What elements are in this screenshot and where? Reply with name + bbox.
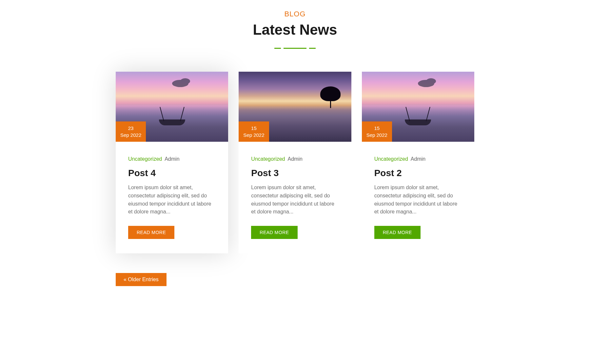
- date-month-year: Sep 2022: [243, 132, 264, 138]
- date-month-year: Sep 2022: [120, 132, 141, 138]
- date-day: 15: [243, 125, 264, 132]
- posts-grid: 23 Sep 2022 Uncategorized Admin Post 4 L…: [116, 72, 474, 253]
- post-author: Admin: [288, 156, 303, 162]
- date-day: 15: [366, 125, 387, 132]
- date-badge: 15 Sep 2022: [239, 121, 269, 142]
- post-body: Uncategorized Admin Post 2 Lorem ipsum d…: [362, 142, 474, 239]
- post-card: 23 Sep 2022 Uncategorized Admin Post 4 L…: [116, 72, 228, 253]
- post-meta: Uncategorized Admin: [128, 156, 216, 162]
- post-meta: Uncategorized Admin: [251, 156, 339, 162]
- post-meta: Uncategorized Admin: [374, 156, 462, 162]
- post-card: 15 Sep 2022 Uncategorized Admin Post 2 L…: [362, 72, 474, 253]
- post-body: Uncategorized Admin Post 4 Lorem ipsum d…: [116, 142, 228, 253]
- post-card: 15 Sep 2022 Uncategorized Admin Post 3 L…: [239, 72, 351, 253]
- post-category-link[interactable]: Uncategorized: [128, 156, 162, 162]
- divider-icon: [116, 48, 474, 49]
- older-entries-button[interactable]: « Older Entries: [116, 273, 167, 286]
- read-more-button[interactable]: READ MORE: [251, 226, 297, 239]
- date-badge: 23 Sep 2022: [116, 121, 146, 142]
- post-excerpt: Lorem ipsum dolor sit amet, consectetur …: [128, 184, 216, 216]
- post-title[interactable]: Post 3: [251, 168, 339, 178]
- pagination: « Older Entries: [116, 273, 474, 286]
- post-body: Uncategorized Admin Post 3 Lorem ipsum d…: [239, 142, 351, 239]
- post-category-link[interactable]: Uncategorized: [251, 156, 285, 162]
- post-image[interactable]: 23 Sep 2022: [116, 72, 228, 142]
- section-header: BLOG Latest News: [116, 10, 474, 49]
- date-day: 23: [120, 125, 141, 132]
- post-image[interactable]: 15 Sep 2022: [239, 72, 351, 142]
- post-author: Admin: [165, 156, 179, 162]
- read-more-button[interactable]: READ MORE: [128, 226, 174, 239]
- post-image[interactable]: 15 Sep 2022: [362, 72, 474, 142]
- read-more-button[interactable]: READ MORE: [374, 226, 421, 239]
- post-category-link[interactable]: Uncategorized: [374, 156, 408, 162]
- post-author: Admin: [411, 156, 425, 162]
- post-title[interactable]: Post 4: [128, 168, 216, 178]
- date-badge: 15 Sep 2022: [362, 121, 392, 142]
- post-title[interactable]: Post 2: [374, 168, 462, 178]
- section-title: Latest News: [116, 22, 474, 38]
- post-excerpt: Lorem ipsum dolor sit amet, consectetur …: [251, 184, 339, 216]
- section-label: BLOG: [116, 10, 474, 18]
- post-excerpt: Lorem ipsum dolor sit amet, consectetur …: [374, 184, 462, 216]
- date-month-year: Sep 2022: [366, 132, 387, 138]
